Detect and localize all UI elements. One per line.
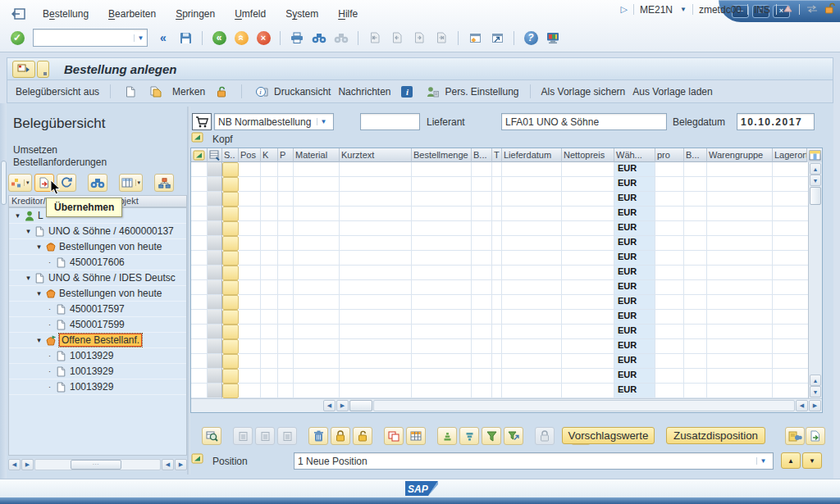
grid-cell[interactable] xyxy=(294,221,340,236)
command-field[interactable]: ▼ xyxy=(33,29,148,47)
grid-cell[interactable] xyxy=(773,207,808,221)
grid-cell[interactable]: EUR xyxy=(614,310,655,325)
grid-cell[interactable] xyxy=(773,221,808,236)
grid-cell[interactable] xyxy=(773,266,808,280)
save-as-template-button[interactable]: Als Vorlage sichern xyxy=(541,86,626,98)
grid-cell[interactable] xyxy=(773,310,808,325)
clip-button[interactable] xyxy=(535,427,555,445)
grid-cell[interactable] xyxy=(294,354,340,369)
grid-cell[interactable] xyxy=(261,280,278,295)
grid-cell[interactable] xyxy=(340,266,412,280)
row-selector-cell[interactable] xyxy=(208,339,222,354)
grid-cell[interactable] xyxy=(340,325,412,339)
grid-cell[interactable] xyxy=(655,280,684,295)
grid-cell[interactable] xyxy=(340,369,412,384)
grid-cell[interactable] xyxy=(684,236,707,251)
grid-cell[interactable] xyxy=(340,162,412,177)
grid-cell[interactable] xyxy=(412,236,472,251)
grid-cell[interactable] xyxy=(191,207,208,221)
grid-cell[interactable] xyxy=(278,384,294,398)
grid-cell[interactable] xyxy=(502,325,562,339)
grid-cell[interactable] xyxy=(502,280,562,295)
grid-cell[interactable] xyxy=(191,221,208,236)
grid-cell[interactable] xyxy=(707,354,773,369)
grid-cell[interactable] xyxy=(655,325,684,339)
grid-cell[interactable] xyxy=(261,369,278,384)
scroll-right-icon[interactable]: ▶ xyxy=(809,400,821,411)
tree-item[interactable]: ▾UNO & Söhne / IDES Deutsc xyxy=(9,270,186,286)
additional-planning-button[interactable]: Zusatzdisposition xyxy=(666,427,765,444)
grid-column-header[interactable]: T xyxy=(492,148,502,162)
chevron-down-icon[interactable]: ▼ xyxy=(134,34,147,42)
grid-cell[interactable] xyxy=(684,177,707,192)
grid-cell[interactable] xyxy=(492,339,502,354)
grid-cell[interactable] xyxy=(684,310,707,325)
grid-cell[interactable] xyxy=(412,251,472,266)
lock-open-icon[interactable] xyxy=(824,2,835,16)
grid-cell[interactable] xyxy=(472,295,492,310)
grid-cell[interactable]: EUR xyxy=(614,280,655,295)
menu-bestellung[interactable]: Bestellung xyxy=(34,6,98,22)
move-up-button[interactable]: ▲ xyxy=(781,452,801,469)
scrollbar-thumb[interactable]: ··· xyxy=(71,460,121,470)
grid-column-header[interactable]: S.. xyxy=(222,148,239,162)
grid-cell[interactable] xyxy=(340,280,412,295)
tree-item-label[interactable]: Bestellungen von heute xyxy=(59,241,162,252)
previous-page-icon[interactable] xyxy=(388,29,406,47)
grid-cell[interactable]: EUR xyxy=(614,177,655,192)
grid-cell[interactable]: EUR xyxy=(614,251,655,266)
grid-cell[interactable] xyxy=(412,339,472,354)
grid-column-header[interactable]: Nettopreis xyxy=(562,148,614,162)
grid-cell[interactable] xyxy=(261,207,278,221)
check-icon[interactable]: ✓ xyxy=(8,29,26,47)
grid-cell[interactable] xyxy=(472,354,492,369)
grid-cell[interactable] xyxy=(773,325,808,339)
document-date-field[interactable]: 10.10.2017 xyxy=(737,113,815,130)
grid-cell[interactable] xyxy=(412,192,472,207)
grid-cell[interactable] xyxy=(492,236,502,251)
status-cell[interactable] xyxy=(222,310,239,325)
grid-cell[interactable] xyxy=(707,251,773,266)
grid-cell[interactable] xyxy=(412,207,472,221)
menu-hilfe[interactable]: Hilfe xyxy=(329,6,367,22)
grid-cell[interactable] xyxy=(684,192,707,207)
tree-item[interactable]: ·4500017606 xyxy=(9,255,186,270)
grid-cell[interactable] xyxy=(278,177,294,192)
grid-cell[interactable]: EUR xyxy=(614,192,655,207)
grid-cell[interactable] xyxy=(773,369,808,384)
lock-button[interactable] xyxy=(331,427,350,445)
grid-cell[interactable] xyxy=(412,325,472,339)
tree-item[interactable]: ▾UNO & Söhne / 4600000137 xyxy=(9,224,186,239)
grid-cell[interactable] xyxy=(239,325,261,339)
grid-cell[interactable] xyxy=(492,325,502,339)
grid-cell[interactable] xyxy=(278,236,294,251)
scrollbar-track[interactable] xyxy=(373,400,795,411)
create-shortcut-icon[interactable] xyxy=(488,29,506,47)
grid-column-header[interactable]: K xyxy=(261,148,278,162)
grid-cell[interactable] xyxy=(261,295,278,310)
grid-cell[interactable] xyxy=(191,295,208,310)
grid-cell[interactable]: EUR xyxy=(614,266,655,280)
grid-cell[interactable] xyxy=(684,339,707,354)
default-values-button[interactable]: Vorschlagswerte xyxy=(562,427,655,444)
tree-item-label[interactable]: 10013929 xyxy=(70,381,113,393)
addressbook-find-icon[interactable] xyxy=(785,427,805,445)
find-icon[interactable] xyxy=(310,29,328,47)
grid-cell[interactable] xyxy=(412,295,472,310)
collapse-icon[interactable]: « xyxy=(154,29,172,47)
grid-cell[interactable] xyxy=(773,384,808,398)
layout-table-button[interactable] xyxy=(406,427,426,445)
tree-item[interactable]: ·10013929 xyxy=(9,348,186,364)
grid-cell[interactable] xyxy=(707,325,773,339)
row-selector-cell[interactable] xyxy=(208,280,222,295)
search-table-button[interactable] xyxy=(202,427,221,445)
new-session-icon[interactable] xyxy=(466,29,484,47)
grid-cell[interactable] xyxy=(340,310,412,325)
grid-cell[interactable]: EUR xyxy=(614,339,655,354)
grid-cell[interactable] xyxy=(655,354,684,369)
grid-cell[interactable] xyxy=(278,369,294,384)
tree-item[interactable]: ·4500017599 xyxy=(9,317,186,333)
grid-cell[interactable] xyxy=(294,339,340,354)
transaction-code[interactable]: ME21N xyxy=(640,4,673,16)
tree-item-label[interactable]: UNO & Söhne / 4600000137 xyxy=(48,225,174,237)
